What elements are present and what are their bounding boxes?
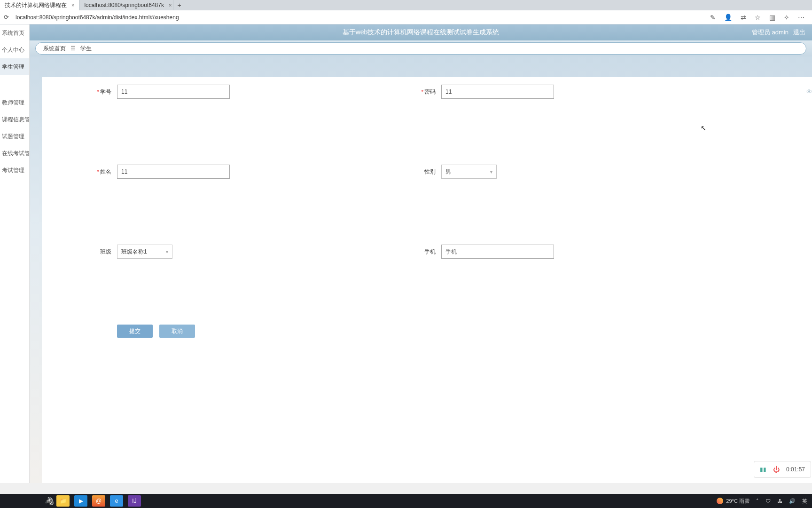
eye-icon[interactable]: 👁	[806, 88, 812, 95]
label-mima: 密码	[424, 88, 436, 95]
select-banji-value: 班级名称1	[121, 248, 147, 256]
close-icon[interactable]: ×	[71, 2, 74, 8]
main-area: 基于web技术的计算机网络课程在线测试试卷生成系统 管理员 admin 退出 系…	[30, 24, 812, 483]
url-field[interactable]: localhost:8080/springboot6487k/admin/dis…	[13, 14, 703, 21]
app-root: 系统首页 个人中心 学生管理 教师管理 课程信息管理 试题管理 在线考试管理 考…	[0, 24, 812, 483]
explorer-icon[interactable]: 📁	[56, 495, 70, 507]
address-bar: ⟳ localhost:8080/springboot6487k/admin/d…	[0, 10, 812, 24]
edge-icon[interactable]: e	[110, 495, 123, 507]
button-row: 提交 取消	[117, 325, 779, 338]
tab-title: 技术的计算机网络课程在	[5, 1, 67, 9]
translate-icon[interactable]: ⇄	[741, 14, 746, 21]
edit-icon[interactable]: ✎	[710, 14, 716, 21]
label-shouji: 手机	[424, 248, 436, 255]
taskbar-animal-icon[interactable]: 🦓	[42, 497, 56, 506]
sidebar-item-student[interactable]: 学生管理	[0, 58, 29, 75]
close-icon[interactable]: ×	[169, 2, 172, 8]
browser-tab-1[interactable]: 技术的计算机网络课程在 ×	[0, 0, 79, 10]
user-label[interactable]: 管理员 admin	[752, 28, 789, 37]
breadcrumb-home[interactable]: 系统首页	[43, 45, 66, 53]
sidebar-item-teacher[interactable]: 教师管理	[0, 94, 29, 111]
top-banner: 基于web技术的计算机网络课程在线测试试卷生成系统 管理员 admin 退出	[30, 24, 812, 40]
field-shouji: 手机	[399, 245, 662, 259]
label-xuehao: 学号	[100, 88, 111, 95]
reload-icon[interactable]: ⟳	[4, 14, 9, 21]
collections-icon[interactable]: ▥	[769, 14, 775, 21]
sidebar-item-home[interactable]: 系统首页	[0, 24, 29, 41]
tray-chevron-icon[interactable]: ˄	[756, 498, 759, 504]
field-banji: 班级 班级名称1 ▾	[75, 245, 399, 259]
system-tray: 29°C 雨雪 ˄ 🛡 🖧 🔊 英	[717, 498, 807, 505]
submit-button[interactable]: 提交	[117, 325, 153, 338]
power-icon[interactable]: ⏻	[773, 466, 780, 473]
label-xingbie: 性别	[424, 168, 436, 175]
form-card: *学号 *密码 👁 *姓名 性别	[42, 77, 812, 483]
label-xingming: 姓名	[100, 168, 111, 175]
taskbar: 🦓 📁 ▶ @ e IJ 29°C 雨雪 ˄ 🛡 🖧 🔊 英	[0, 494, 812, 508]
favorite-icon[interactable]: ☆	[755, 14, 761, 21]
ime-indicator[interactable]: 英	[802, 498, 807, 505]
field-xingbie: 性别 男 ▾	[399, 165, 662, 179]
label-banji: 班级	[100, 248, 111, 255]
breadcrumb-current: 学生	[80, 45, 92, 53]
tray-defender-icon[interactable]: 🛡	[765, 498, 771, 504]
input-mima[interactable]	[441, 85, 554, 99]
browser-tab-2[interactable]: localhost:8080/springboot6487k ×	[79, 0, 173, 10]
recorder-widget[interactable]: ▮▮ ⏻ 0:01:57	[754, 461, 811, 478]
field-mima: *密码 👁	[399, 85, 662, 99]
breadcrumb: 系统首页 ☰ 学生	[35, 42, 806, 55]
input-xingming[interactable]	[117, 165, 230, 179]
app-title: 基于web技术的计算机网络课程在线测试试卷生成系统	[343, 28, 500, 37]
sidebar-item-exam[interactable]: 考试管理	[0, 162, 29, 179]
input-shouji[interactable]	[441, 245, 554, 259]
sidebar-item-question[interactable]: 试题管理	[0, 128, 29, 145]
tray-network-icon[interactable]: 🖧	[777, 498, 782, 504]
weather-icon	[717, 498, 723, 504]
select-banji[interactable]: 班级名称1 ▾	[117, 245, 172, 259]
pause-icon[interactable]: ▮▮	[760, 466, 766, 473]
content-area: *学号 *密码 👁 *姓名 性别	[30, 56, 812, 483]
tray-volume-icon[interactable]: 🔊	[789, 498, 796, 504]
chevron-down-icon: ▾	[490, 169, 492, 175]
logout-link[interactable]: 退出	[793, 28, 805, 37]
sidebar-item-profile[interactable]: 个人中心	[0, 41, 29, 58]
menu-icon[interactable]: ⋯	[798, 14, 804, 21]
sidebar-item-online-exam[interactable]: 在线考试管理	[0, 145, 29, 162]
browser-tab-strip: 技术的计算机网络课程在 × localhost:8080/springboot6…	[0, 0, 812, 10]
timer-label: 0:01:57	[786, 466, 805, 473]
select-xingbie[interactable]: 男 ▾	[441, 165, 497, 179]
breadcrumb-bar: 系统首页 ☰ 学生	[30, 40, 812, 56]
select-xingbie-value: 男	[445, 168, 451, 176]
field-xuehao: *学号	[75, 85, 399, 99]
weather-text: 29°C 雨雪	[726, 498, 750, 505]
video-icon[interactable]: ▶	[74, 495, 87, 507]
field-xingming: *姓名	[75, 165, 399, 179]
profile-icon[interactable]: 👤	[724, 14, 732, 21]
new-tab-button[interactable]: +	[173, 1, 185, 9]
sidebar-item-course[interactable]: 课程信息管理	[0, 111, 29, 128]
cancel-button[interactable]: 取消	[159, 325, 195, 338]
extensions-icon[interactable]: ✧	[784, 14, 789, 21]
breadcrumb-sep-icon: ☰	[70, 45, 76, 52]
tab-title: localhost:8080/springboot6487k	[84, 2, 164, 8]
input-xuehao[interactable]	[117, 85, 230, 99]
browser2-icon[interactable]: @	[92, 495, 105, 507]
ide-icon[interactable]: IJ	[128, 495, 141, 507]
weather-widget[interactable]: 29°C 雨雪	[717, 498, 750, 505]
chevron-down-icon: ▾	[166, 249, 168, 254]
sidebar: 系统首页 个人中心 学生管理 教师管理 课程信息管理 试题管理 在线考试管理 考…	[0, 24, 30, 483]
